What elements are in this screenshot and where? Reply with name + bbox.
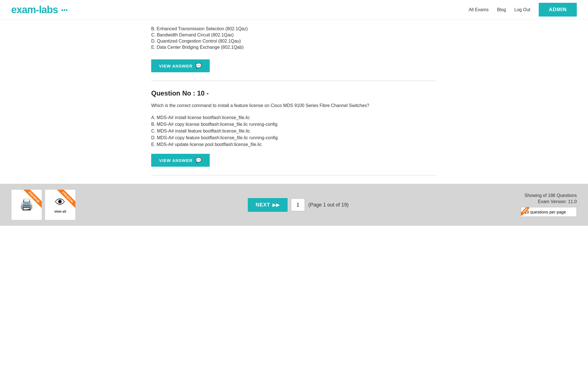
- prev-question-options: B. Enhanced Transmission Selection (802.…: [151, 26, 437, 50]
- prev-option-c: C. Bandwidth Demand Circuit (802.1Qax): [151, 32, 437, 38]
- divider-1: [151, 81, 437, 81]
- footer-bar: PREMIUM 🖨️ PREMIUM 👁 view all NEXT ▶▶ (P…: [0, 184, 588, 226]
- next-button[interactable]: NEXT ▶▶: [248, 198, 288, 212]
- page-input[interactable]: [291, 198, 305, 211]
- nav-logout[interactable]: Log Out: [514, 7, 530, 12]
- view-answer-button-10[interactable]: VIEW ANSWER 💬: [151, 154, 210, 167]
- prev-option-e: E. Data Center Bridging Exchange (802.1Q…: [151, 45, 437, 50]
- divider-2: [151, 175, 437, 175]
- print-premium-card[interactable]: PREMIUM 🖨️: [11, 189, 42, 220]
- option-e: E. MDS-A# update license pool bootflash:…: [151, 142, 437, 147]
- showing-text: Showing of 186 Questions: [521, 193, 577, 198]
- question-10: Question No : 10 - Which is the correct …: [151, 89, 437, 147]
- admin-button[interactable]: ADMIN: [539, 3, 577, 17]
- view-answer-label-prev: VIEW ANSWER: [159, 64, 193, 68]
- premium-label-view: PREMIUM: [55, 190, 75, 210]
- per-page-select[interactable]: 10 questions per page 20 questions per p…: [521, 207, 577, 217]
- footer-right: Showing of 186 Questions Exam Version: 1…: [521, 193, 577, 217]
- logo[interactable]: exam-labs: [11, 4, 68, 16]
- prev-option-b: B. Enhanced Transmission Selection (802.…: [151, 26, 437, 31]
- question-text: Which is the correct command to install …: [151, 102, 437, 109]
- view-all-premium-card[interactable]: PREMIUM 👁 view all: [45, 189, 76, 220]
- premium-label-print: PREMIUM: [22, 190, 42, 210]
- header: exam-labs All Exams Blog Log Out ADMIN: [0, 0, 588, 20]
- premium-ribbon-view: PREMIUM: [53, 190, 75, 212]
- chat-icon-prev: 💬: [195, 63, 202, 69]
- page-info: (Page 1 out of 19): [308, 202, 349, 208]
- option-c: C. MDS-A# install feature bootflash:lice…: [151, 129, 437, 134]
- per-page-select-container: PREM 10 questions per page 20 questions …: [521, 207, 577, 217]
- premium-ribbon-print: PREMIUM: [19, 190, 42, 212]
- view-answer-button-prev[interactable]: VIEW ANSWER 💬: [151, 59, 210, 72]
- option-b: B. MDS-A# copy license bootflash:license…: [151, 122, 437, 127]
- nav-all-exams[interactable]: All Exams: [469, 7, 489, 12]
- prev-option-d: D. Quantized Congestion Control (802.1Qa…: [151, 39, 437, 44]
- premium-ribbon-select: PREM: [521, 207, 529, 215]
- exam-version: Exam Version: 11.0: [521, 199, 577, 204]
- option-a: A. MDS-A# install license bootflash:lice…: [151, 115, 437, 120]
- next-label: NEXT: [256, 202, 270, 208]
- main-content: B. Enhanced Transmission Selection (802.…: [140, 20, 448, 175]
- logo-text: exam: [11, 4, 36, 15]
- footer-left: PREMIUM 🖨️ PREMIUM 👁 view all: [11, 189, 76, 220]
- nav-blog[interactable]: Blog: [497, 7, 506, 12]
- view-answer-label-10: VIEW ANSWER: [159, 158, 193, 163]
- premium-label-select: PREM: [521, 207, 529, 215]
- footer-center: NEXT ▶▶ (Page 1 out of 19): [248, 198, 349, 212]
- question-options: A. MDS-A# install license bootflash:lice…: [151, 115, 437, 147]
- chat-icon-10: 💬: [195, 157, 202, 163]
- question-number: Question No : 10 -: [151, 89, 437, 97]
- logo-dots: [61, 2, 68, 13]
- next-arrows-icon: ▶▶: [272, 202, 280, 208]
- option-d: D. MDS-A# copy feature bootflash:license…: [151, 135, 437, 140]
- main-nav: All Exams Blog Log Out ADMIN: [469, 3, 577, 17]
